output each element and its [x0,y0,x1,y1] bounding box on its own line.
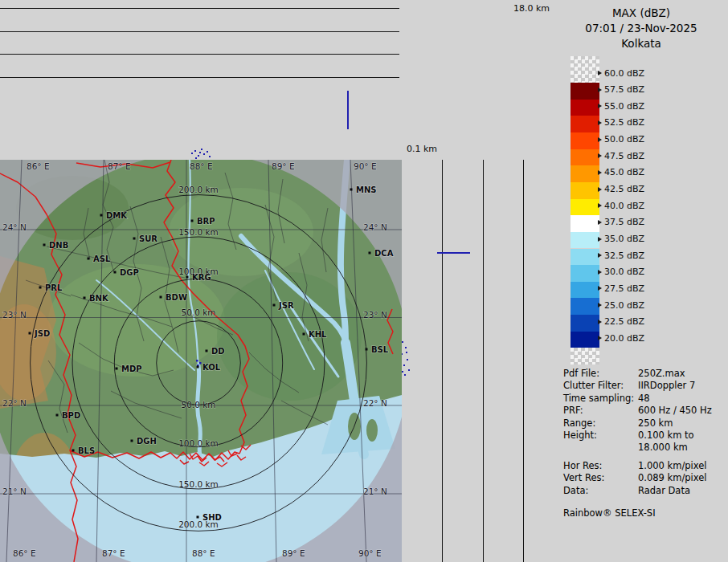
echo-speckle [207,151,208,153]
legend-swatch [571,215,599,232]
legend-pointer-icon [598,120,602,125]
legend-label: 37.5 dBZ [598,217,644,228]
legend-pointer-icon [598,220,602,225]
svg-text:KRG: KRG [192,273,211,282]
product-datetime: 07:01 / 23-Nov-2025 [554,21,728,36]
legend-swatch [571,332,599,348]
svg-text:DGH: DGH [137,437,157,446]
svg-text:DNB: DNB [49,241,68,250]
product-title: MAX (dBZ) [554,6,728,21]
svg-text:DCA: DCA [374,249,394,258]
metadata-row: Vert Res:0.089 km/pixel [563,472,728,484]
height-gridline [483,160,484,562]
legend-label: 60.0 dBZ [598,67,644,79]
svg-text:DGP: DGP [120,268,139,277]
echo-speckle [209,156,211,157]
echo-speckle [402,341,403,343]
legend-pointer-icon [598,320,602,324]
svg-text:ASL: ASL [93,255,111,263]
svg-text:86° E: 86° E [13,548,36,558]
svg-text:SHD: SHD [202,513,222,522]
echo-speckle [402,371,403,373]
legend-pointer-icon [598,104,602,108]
svg-text:90° E: 90° E [354,161,377,171]
svg-text:23° N: 23° N [2,310,27,320]
svg-text:23° N: 23° N [363,310,387,320]
metadata-row: 18.000 km [563,442,728,454]
echo-speckle [408,369,410,371]
radar-map: 86° E87° E88° E89° E90° E86° E87° E88° E… [0,160,402,562]
svg-text:50.0 km: 50.0 km [181,400,215,409]
svg-text:22° N: 22° N [363,398,387,408]
echo-speckle [407,359,408,360]
height-gridline [523,160,524,562]
metadata-rows: Pdf File:250Z.maxClutter Filter:IIRDoppl… [563,368,728,497]
legend-label: 55.0 dBZ [598,100,644,112]
svg-text:200.0 km: 200.0 km [178,185,219,194]
svg-text:DD: DD [211,347,225,356]
legend-pointer-icon [598,237,602,242]
echo-speckle [194,150,196,152]
legend-swatch [571,100,599,116]
legend-pointer-icon [598,336,602,340]
svg-text:86° E: 86° E [27,161,50,171]
legend-label: 27.5 dBZ [598,283,644,294]
legend-label: 40.0 dBZ [598,200,644,211]
legend-pointer-icon [598,170,602,175]
svg-text:BSL: BSL [371,345,389,354]
echo-speckle [201,149,202,150]
svg-text:KOL: KOL [202,363,221,372]
legend-swatch [571,282,599,299]
svg-text:24° N: 24° N [2,222,27,232]
svg-text:PRL: PRL [45,283,63,292]
top-max-height-label: 18.0 km [513,3,550,14]
echo-speckle [405,347,407,348]
svg-text:150.0 km: 150.0 km [178,479,219,489]
echo-speckle [198,155,199,157]
header-block: MAX (dBZ) 07:01 / 23-Nov-2025 Kolkata [554,6,728,51]
legend-swatch [571,165,599,182]
svg-text:87° E: 87° E [108,161,131,171]
echo-speckle [404,374,406,376]
legend-label: 42.5 dBZ [598,184,644,195]
height-gridline-top [0,8,399,9]
svg-text:BNK: BNK [89,294,109,303]
legend-pointer-icon [598,88,602,92]
svg-text:DMK: DMK [106,211,128,220]
echo-column-marker [347,91,349,129]
radar-map-canvas: 86° E87° E88° E89° E90° E86° E87° E88° E… [0,160,402,562]
legend-pointer-icon [598,286,602,291]
legend-swatch [571,249,599,266]
legend-swatch [571,116,599,132]
svg-text:87° E: 87° E [102,548,125,558]
legend-swatch [571,265,599,282]
legend-label: 50.0 dBZ [598,134,644,145]
legend-pointer-icon [598,253,602,258]
legend-label: 52.5 dBZ [598,117,644,128]
svg-text:21° N: 21° N [363,487,387,496]
metadata-row: Data:Radar Data [563,485,728,497]
legend-pointer-icon [598,270,602,275]
legend-bar [571,56,599,366]
svg-text:SUR: SUR [139,234,157,243]
svg-text:BRP: BRP [197,217,215,226]
svg-text:50.0 km: 50.0 km [181,307,215,317]
legend-transparent-swatch [571,348,599,364]
svg-text:22° N: 22° N [2,398,27,408]
svg-text:150.0 km: 150.0 km [178,227,219,237]
radar-station-name: Kolkata [554,36,728,51]
legend-label: 30.0 dBZ [598,267,644,278]
svg-text:JSD: JSD [34,329,50,338]
legend-label: 47.5 dBZ [598,150,644,161]
echo-speckle [199,152,201,153]
legend-label: 57.5 dBZ [598,84,644,96]
legend-label: 32.5 dBZ [598,250,644,261]
legend-transparent-swatch [571,56,599,83]
metadata-row: Clutter Filter:IIRDoppler 7 [563,380,728,392]
svg-text:100.0 km: 100.0 km [178,438,219,448]
echo-speckle [403,364,405,366]
svg-text:24° N: 24° N [363,222,387,232]
svg-text:BPD: BPD [62,411,80,420]
legend-swatch [571,182,599,199]
svg-text:BLS: BLS [78,446,95,455]
